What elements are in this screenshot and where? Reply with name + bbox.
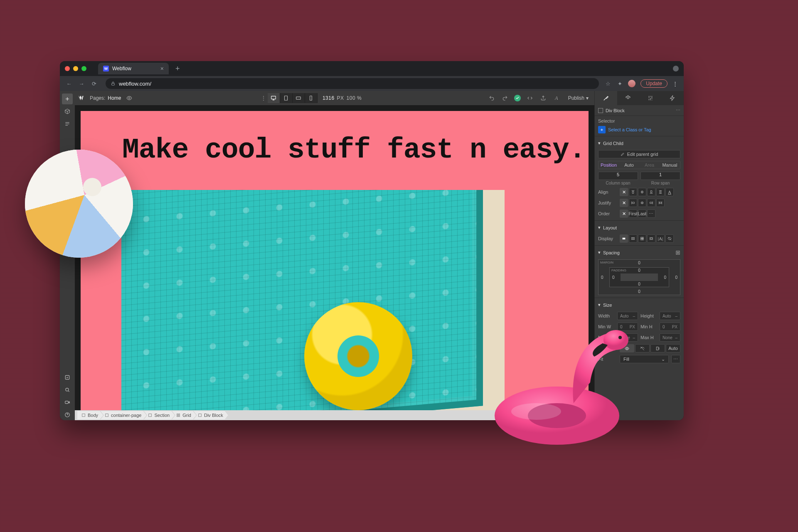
fit-more[interactable]: ⋯ xyxy=(671,355,680,363)
nav-reload-icon[interactable]: ⟳ xyxy=(91,81,97,87)
justify-auto[interactable]: ✕ xyxy=(620,199,628,207)
publish-button[interactable]: Publish ▾ xyxy=(566,94,591,102)
maxh-input[interactable]: None– xyxy=(660,333,680,342)
overflow-scroll[interactable] xyxy=(650,344,665,352)
pool-image[interactable] xyxy=(121,190,505,410)
height-input[interactable]: Auto– xyxy=(660,312,680,320)
tab-position[interactable]: Position xyxy=(598,161,619,169)
column-span-input[interactable]: 5 xyxy=(598,172,638,180)
order-more[interactable]: ⋯ xyxy=(647,209,655,218)
display-flex[interactable] xyxy=(629,234,637,243)
align-baseline[interactable]: A xyxy=(665,188,674,196)
search-button[interactable] xyxy=(62,384,73,395)
order-auto[interactable]: ✕ xyxy=(620,209,628,218)
tab-settings[interactable] xyxy=(617,91,640,105)
section-header[interactable]: ▾Size xyxy=(598,300,680,309)
element-menu-icon[interactable]: ⋯ xyxy=(676,108,680,113)
browser-tab[interactable]: W Webflow × xyxy=(98,63,169,74)
justify-end[interactable] xyxy=(647,199,655,207)
overflow-hidden[interactable] xyxy=(635,344,650,352)
row-span-input[interactable]: 1 xyxy=(640,172,680,180)
selector-input[interactable]: + Select a Class or Tag xyxy=(598,126,680,133)
video-button[interactable] xyxy=(62,397,73,408)
spacing-settings-icon[interactable] xyxy=(675,250,680,255)
tab-element[interactable] xyxy=(662,91,684,105)
justify-stretch[interactable] xyxy=(656,199,665,207)
breakpoint-mobile[interactable] xyxy=(305,93,318,103)
pages-dropdown[interactable]: Pages: Home xyxy=(90,95,121,101)
order-first[interactable]: First xyxy=(629,209,637,218)
grid-position-tabs[interactable]: Position Auto Area Manual xyxy=(598,161,680,169)
align-auto[interactable]: ✕ xyxy=(620,188,628,196)
webflow-logo-icon[interactable] xyxy=(78,94,86,102)
share-icon[interactable] xyxy=(539,94,547,102)
breadcrumb-item[interactable]: container-page xyxy=(101,411,146,419)
justify-start[interactable] xyxy=(629,199,637,207)
tab-area[interactable]: Area xyxy=(639,161,660,169)
minw-input[interactable]: 0PX xyxy=(617,323,638,331)
help-button[interactable] xyxy=(62,409,73,420)
nav-back-icon[interactable]: ← xyxy=(66,81,72,87)
maxw-input[interactable]: None– xyxy=(617,333,638,342)
align-start[interactable] xyxy=(629,188,637,196)
breadcrumb-item[interactable]: Div Block xyxy=(194,411,228,419)
order-last[interactable]: Last xyxy=(638,209,646,218)
text-styles-icon[interactable]: A xyxy=(552,94,561,102)
breakpoint-tablet[interactable] xyxy=(280,93,293,103)
add-element-button[interactable] xyxy=(62,94,73,104)
section-header[interactable]: ▾Layout xyxy=(598,223,680,232)
breadcrumb-item[interactable]: Grid xyxy=(172,411,196,419)
overflow-auto[interactable]: Auto xyxy=(666,344,680,352)
display-none[interactable] xyxy=(665,234,674,243)
close-window-button[interactable] xyxy=(65,66,70,71)
audit-button[interactable] xyxy=(62,372,73,383)
preview-icon[interactable] xyxy=(125,94,133,102)
new-tab-button[interactable]: + xyxy=(175,64,180,73)
minh-input[interactable]: 0PX xyxy=(660,323,680,331)
fit-select[interactable]: Fill⌄ xyxy=(620,355,669,363)
overflow-visible[interactable] xyxy=(620,344,634,352)
display-block[interactable] xyxy=(620,234,628,243)
tab-interactions[interactable] xyxy=(639,91,662,105)
breadcrumb-item[interactable]: Body xyxy=(77,411,103,419)
artboard[interactable]: Make cool stuff fast n easy. xyxy=(81,111,589,410)
address-bar[interactable]: webflow.com/ xyxy=(106,78,599,89)
status-ok-icon[interactable] xyxy=(514,95,521,101)
code-export-icon[interactable] xyxy=(526,94,534,102)
breadcrumb-item[interactable]: Section xyxy=(144,411,175,419)
redo-icon[interactable] xyxy=(501,94,509,102)
canvas[interactable]: Make cool stuff fast n easy. xyxy=(75,105,594,410)
bookmark-icon[interactable]: ☆ xyxy=(605,81,611,87)
display-inline[interactable]: |A| xyxy=(656,234,665,243)
toolbar-menu-icon[interactable]: ⋮ xyxy=(259,94,268,102)
browser-update-button[interactable]: Update xyxy=(640,79,667,88)
minimize-window-button[interactable] xyxy=(73,66,78,71)
breakpoint-mobile-landscape[interactable] xyxy=(293,93,305,103)
display-grid[interactable] xyxy=(638,234,646,243)
headline-text[interactable]: Make cool stuff fast n easy. xyxy=(122,134,586,166)
align-center[interactable] xyxy=(638,188,646,196)
navigator-button[interactable] xyxy=(62,118,73,129)
align-end[interactable] xyxy=(647,188,655,196)
justify-center[interactable] xyxy=(638,199,646,207)
nav-forward-icon[interactable]: → xyxy=(78,81,85,87)
tab-style[interactable] xyxy=(595,91,617,105)
tab-auto[interactable]: Auto xyxy=(619,161,639,169)
section-header[interactable]: ▾Grid Child xyxy=(598,139,680,148)
width-input[interactable]: Auto– xyxy=(617,312,638,320)
breakpoint-desktop[interactable] xyxy=(268,93,280,103)
spacing-editor[interactable]: MARGIN 0 0 0 0 PADDING 0 0 0 0 xyxy=(598,259,680,295)
browser-menu-icon[interactable]: ⋮ xyxy=(672,81,678,87)
symbols-button[interactable] xyxy=(62,106,73,117)
close-tab-icon[interactable]: × xyxy=(160,65,164,72)
tab-overflow-icon[interactable] xyxy=(673,66,679,71)
undo-icon[interactable] xyxy=(488,94,496,102)
align-stretch[interactable] xyxy=(656,188,665,196)
display-inline-block[interactable] xyxy=(647,234,655,243)
tab-manual[interactable]: Manual xyxy=(660,161,680,169)
edit-parent-grid-button[interactable]: Edit parent grid xyxy=(598,150,680,158)
extensions-icon[interactable]: ✦ xyxy=(616,81,623,87)
maximize-window-button[interactable] xyxy=(81,66,86,71)
profile-avatar[interactable] xyxy=(628,80,635,87)
section-header[interactable]: ▾Spacing xyxy=(598,248,680,257)
